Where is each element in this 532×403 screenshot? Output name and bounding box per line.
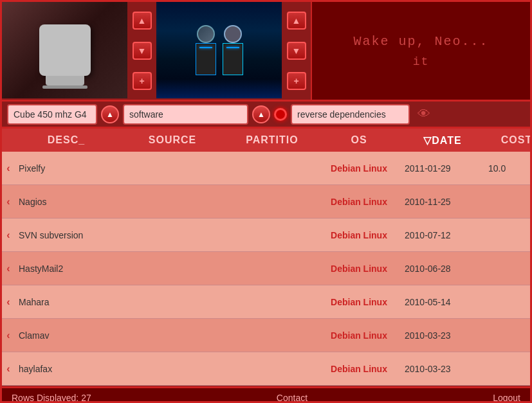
- row-date-3: 2010-07-12: [401, 228, 484, 243]
- row-cost-5: [484, 300, 530, 305]
- scroll-up-right-button[interactable]: ▲: [287, 12, 306, 30]
- row-os-4: Debian Linux: [317, 261, 401, 276]
- add-left-button[interactable]: +: [133, 72, 152, 90]
- radio-button[interactable]: [274, 108, 287, 121]
- row-os-5: Debian Linux: [317, 294, 401, 310]
- row-desc-4: HastyMail2: [15, 261, 118, 276]
- table-row: ‹ Mahara Debian Linux 2010-05-14 ›: [2, 285, 530, 319]
- row-desc-3: SVN subver­sion: [15, 228, 118, 243]
- row-date-6: 2010-03-23: [401, 328, 484, 343]
- row-cost-3: [484, 233, 530, 238]
- logout-button[interactable]: Logout: [493, 393, 520, 403]
- row-os-3: Debian Linux: [317, 228, 401, 243]
- th-os[interactable]: OS: [317, 134, 401, 146]
- eye-button[interactable]: 👁: [414, 104, 434, 125]
- table-body: ‹ Pixelfy Debian Linux 2011-01-29 10.0 ›…: [2, 152, 530, 386]
- row-desc-7: haylafax: [15, 361, 118, 377]
- row-nav-left-7[interactable]: ‹: [2, 361, 15, 377]
- row-partition-3: [227, 233, 317, 238]
- helmet-head-right: [224, 25, 242, 43]
- row-source-3: [118, 233, 227, 238]
- daft-punk-placeholder: [156, 2, 282, 98]
- row-desc-1: Pixelfy: [15, 161, 118, 176]
- row-date-5: 2010-05-14: [401, 294, 484, 310]
- row-nav-left-1[interactable]: ‹: [2, 160, 15, 177]
- mac-computer-icon: [39, 24, 91, 76]
- th-partition[interactable]: PARTITIO: [227, 134, 317, 146]
- row-source-6: [118, 333, 227, 338]
- contact-link[interactable]: Contact: [277, 393, 307, 403]
- row-nav-left-5[interactable]: ‹: [2, 294, 15, 310]
- body-left: [196, 43, 216, 75]
- row-desc-2: Nagios: [15, 194, 118, 210]
- left-nav-controls: ▲ ▼ +: [127, 2, 156, 100]
- dependency-input[interactable]: [291, 104, 410, 125]
- location-search-button[interactable]: ▲: [101, 105, 119, 123]
- matrix-line1: Wake up, Neo...: [353, 34, 488, 49]
- row-source-5: [118, 300, 227, 305]
- search-go-button[interactable]: ▲: [252, 105, 270, 123]
- table-row: ‹ SVN subver­sion Debian Linux 2010-07-1…: [2, 219, 530, 252]
- row-source-1: [118, 166, 227, 171]
- helmet-head-left: [197, 25, 215, 43]
- top-left-image: [2, 2, 127, 98]
- table-row: ‹ Clamav Debian Linux 2010-03-23 ›: [2, 319, 530, 352]
- row-cost-6: [484, 333, 530, 338]
- footer: Rows Displayed: 27 Contact Logout: [2, 386, 530, 403]
- row-source-4: [118, 266, 227, 271]
- daft-punk-figures: [196, 25, 243, 75]
- search-bar: Cube 450 mhz G4 ▲ ▲ 👁: [2, 102, 530, 129]
- row-os-7: Debian Linux: [317, 361, 401, 377]
- row-partition-1: [227, 166, 317, 171]
- row-partition-5: [227, 300, 317, 305]
- row-cost-1: 10.0: [484, 161, 530, 176]
- th-date[interactable]: ▽DATE: [401, 134, 484, 147]
- figure-left: [196, 25, 216, 75]
- center-image: [156, 2, 282, 98]
- row-os-6: Debian Linux: [317, 328, 401, 343]
- row-os-1: Debian Linux: [317, 161, 401, 176]
- th-source[interactable]: SOURCE: [118, 134, 227, 146]
- row-partition-7: [227, 366, 317, 372]
- th-desc[interactable]: DESC_: [15, 134, 118, 146]
- matrix-line2: it: [413, 55, 430, 68]
- row-date-2: 2010-11-25: [401, 194, 484, 210]
- th-cost[interactable]: COST: [484, 134, 532, 146]
- scroll-down-right-button[interactable]: ▼: [287, 42, 306, 60]
- row-date-7: 2010-03-23: [401, 361, 484, 377]
- table-row: ‹ Pixelfy Debian Linux 2011-01-29 10.0 ›: [2, 152, 530, 185]
- row-partition-6: [227, 333, 317, 338]
- row-source-7: [118, 366, 227, 372]
- row-cost-2: [484, 199, 530, 204]
- row-nav-left-2[interactable]: ‹: [2, 193, 15, 210]
- top-panel: ▲ ▼ + ▲ ▼ + Wake up, Neo... it: [2, 2, 530, 102]
- location-dropdown-container: Cube 450 mhz G4: [7, 104, 97, 125]
- row-nav-left-4[interactable]: ‹: [2, 260, 15, 277]
- add-right-button[interactable]: +: [287, 72, 306, 90]
- body-right: [223, 43, 243, 75]
- scroll-up-button[interactable]: ▲: [133, 12, 152, 30]
- location-dropdown[interactable]: Cube 450 mhz G4: [7, 104, 97, 125]
- row-desc-5: Mahara: [15, 294, 118, 310]
- row-nav-left-6[interactable]: ‹: [2, 327, 15, 344]
- row-partition-2: [227, 199, 317, 204]
- table-header: DESC_ SOURCE PARTITIO OS ▽DATE COST: [2, 129, 530, 152]
- row-source-2: [118, 199, 227, 204]
- row-date-4: 2010-06-28: [401, 261, 484, 276]
- mac-image-placeholder: [2, 2, 127, 98]
- table-row: ‹ haylafax Debian Linux 2010-03-23 ›: [2, 352, 530, 386]
- search-input[interactable]: [123, 104, 248, 125]
- row-partition-4: [227, 266, 317, 271]
- table-row: ‹ HastyMail2 Debian Linux 2010-06-28 ›: [2, 252, 530, 285]
- row-os-2: Debian Linux: [317, 194, 401, 210]
- scroll-down-button[interactable]: ▼: [133, 42, 152, 60]
- rows-displayed-label: Rows Displayed: 27: [12, 393, 91, 403]
- right-nav-controls: ▲ ▼ +: [282, 2, 311, 100]
- row-cost-7: [484, 366, 530, 372]
- figure-right: [223, 25, 243, 75]
- table-row: ‹ Nagios Debian Linux 2010-11-25 ›: [2, 185, 530, 219]
- tron-glow-effect: [156, 79, 282, 98]
- matrix-text-panel: Wake up, Neo... it: [311, 2, 530, 100]
- row-nav-left-3[interactable]: ‹: [2, 227, 15, 244]
- row-desc-6: Clamav: [15, 328, 118, 343]
